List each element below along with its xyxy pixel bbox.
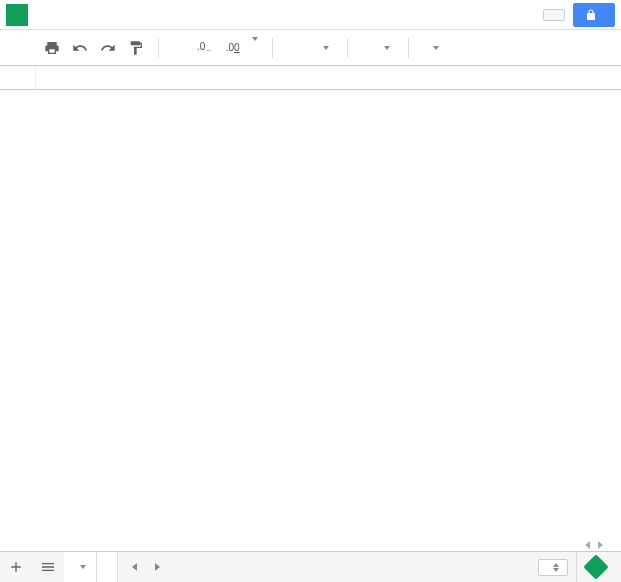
menu-format[interactable] <box>126 11 144 19</box>
increase-decimal-button[interactable]: .00 <box>222 42 244 53</box>
scroll-right-icon[interactable] <box>598 541 603 549</box>
chevron-down-icon <box>80 565 86 569</box>
lock-icon <box>585 9 597 21</box>
tab-nav-right-icon[interactable] <box>155 563 160 571</box>
plus-icon <box>8 559 24 575</box>
undo-icon[interactable] <box>68 36 92 60</box>
scroll-left-icon[interactable] <box>585 541 590 549</box>
menu-insert[interactable] <box>106 11 124 19</box>
fx-label <box>0 66 36 89</box>
explore-icon <box>583 554 608 579</box>
sheets-logo[interactable] <box>6 4 28 26</box>
menu-file[interactable] <box>46 11 64 19</box>
menu-addons[interactable] <box>186 11 204 19</box>
explore-button[interactable] <box>576 552 621 582</box>
stepper-icon <box>553 563 559 572</box>
all-sheets-button[interactable] <box>32 552 64 582</box>
decrease-decimal-button[interactable]: .0← <box>193 41 218 55</box>
comments-button[interactable] <box>543 9 565 21</box>
menu-icon <box>40 559 56 575</box>
paint-format-icon[interactable] <box>124 36 148 60</box>
font-selector[interactable] <box>283 46 337 50</box>
status-sum[interactable] <box>538 559 568 576</box>
menu-data[interactable] <box>146 11 164 19</box>
number-format-button[interactable] <box>248 41 262 55</box>
menu-edit[interactable] <box>66 11 84 19</box>
formula-input[interactable] <box>36 66 621 89</box>
more-toolbar[interactable] <box>419 46 447 50</box>
print-icon[interactable] <box>40 36 64 60</box>
add-sheet-button[interactable] <box>0 552 32 582</box>
menu-tools[interactable] <box>166 11 184 19</box>
tab-nav-left-icon[interactable] <box>132 563 137 571</box>
sheet-tab-2[interactable] <box>97 552 118 582</box>
menu-view[interactable] <box>86 11 104 19</box>
redo-icon[interactable] <box>96 36 120 60</box>
horizontal-scroll[interactable] <box>0 538 621 551</box>
font-size-selector[interactable] <box>358 46 398 50</box>
sheet-tab-1[interactable] <box>64 552 97 582</box>
share-button[interactable] <box>573 3 615 27</box>
